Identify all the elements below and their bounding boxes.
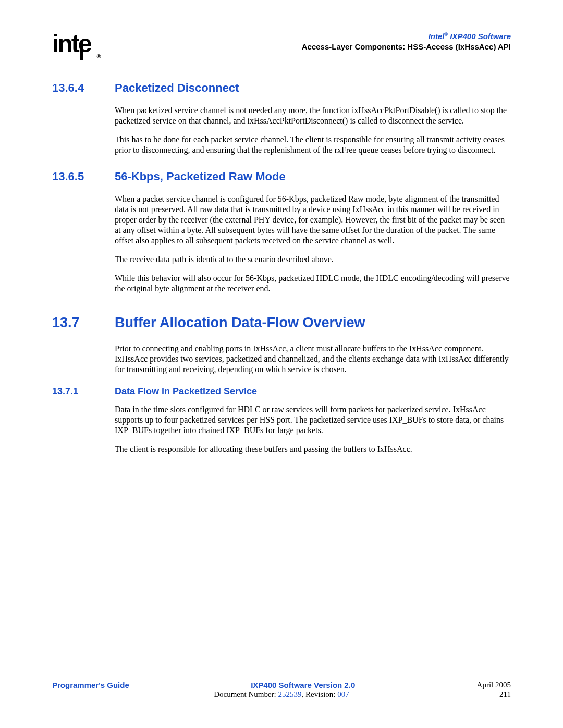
page: intell® Intel® IXP400 Software Access-La…	[0, 0, 563, 728]
footer-doc-label-mid: , Revision:	[302, 690, 338, 698]
heading-13-7: 13.7 Buffer Allocation Data-Flow Overvie…	[52, 315, 511, 331]
paragraph: The client is responsible for allocating…	[115, 444, 511, 454]
header-product: Intel® IXP400 Software	[302, 31, 511, 42]
section-body: Data in the time slots configured for HD…	[63, 404, 511, 454]
heading-number: 13.7.1	[52, 386, 115, 397]
heading-number: 13.7	[52, 315, 115, 331]
heading-13-7-1: 13.7.1 Data Flow in Packetized Service	[52, 386, 511, 397]
section-body: Prior to connecting and enabling ports i…	[63, 343, 511, 375]
heading-title: 56-Kbps, Packetized Raw Mode	[115, 170, 286, 183]
footer-guide-label: Programmer's Guide	[52, 681, 129, 689]
paragraph: Prior to connecting and enabling ports i…	[115, 343, 511, 375]
paragraph: The receive data path is identical to th…	[115, 254, 511, 265]
heading-title: Buffer Allocation Data-Flow Overview	[115, 315, 365, 331]
page-footer: Programmer's Guide IXP400 Software Versi…	[52, 681, 511, 699]
footer-revision: 007	[337, 690, 349, 698]
intel-logo: intell®	[52, 31, 96, 60]
page-header: intell® Intel® IXP400 Software Access-La…	[52, 31, 511, 60]
footer-page-number: 211	[499, 690, 511, 699]
paragraph: This has to be done for each packet serv…	[115, 134, 511, 155]
heading-title: Packetized Disconnect	[115, 81, 239, 95]
heading-title: Data Flow in Packetized Service	[115, 386, 257, 397]
heading-number: 13.6.4	[52, 81, 115, 95]
paragraph: Data in the time slots configured for HD…	[115, 404, 511, 436]
footer-row-2: Document Number: 252539, Revision: 007 2…	[52, 690, 511, 699]
footer-doc-label-pre: Document Number:	[214, 690, 278, 698]
footer-doc-number: 252539	[278, 690, 302, 698]
header-section: Access-Layer Components: HSS-Access (IxH…	[302, 42, 511, 52]
header-right: Intel® IXP400 Software Access-Layer Comp…	[302, 31, 511, 52]
content: 13.6.4 Packetized Disconnect When packet…	[52, 81, 511, 454]
paragraph: When packetized service channel is not n…	[115, 105, 511, 126]
footer-date: April 2005	[477, 681, 511, 689]
footer-row-1: Programmer's Guide IXP400 Software Versi…	[52, 681, 511, 689]
section-body: When a packet service channel is configu…	[63, 194, 511, 294]
paragraph: When a packet service channel is configu…	[115, 194, 511, 246]
header-product-pre: Intel	[429, 32, 445, 41]
header-product-post: IXP400 Software	[448, 32, 511, 41]
section-body: When packetized service channel is not n…	[63, 105, 511, 155]
heading-number: 13.6.5	[52, 170, 115, 183]
footer-version: IXP400 Software Version 2.0	[129, 681, 477, 689]
heading-13-6-5: 13.6.5 56-Kbps, Packetized Raw Mode	[52, 170, 511, 183]
paragraph: While this behavior will also occur for …	[115, 273, 511, 294]
heading-13-6-4: 13.6.4 Packetized Disconnect	[52, 81, 511, 95]
